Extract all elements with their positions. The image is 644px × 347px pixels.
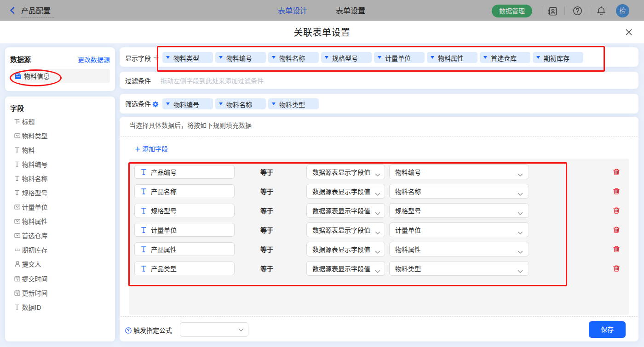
source-field-select[interactable]: 规格型号 (389, 203, 529, 218)
delete-row-button[interactable] (613, 226, 620, 233)
source-type-select[interactable]: 数据源表显示字段值 (306, 242, 385, 256)
field-chip[interactable]: 物料类型 (162, 52, 213, 63)
fill-rules-panel: 当选择具体数据后，将按如下规则填充数据 添加字段 产品编号等于数据源表显示字段值… (120, 117, 638, 341)
trigger-formula-label: 触发指定公式 (133, 325, 172, 335)
bell-icon[interactable] (596, 6, 606, 16)
field-item[interactable]: 规格型号 (5, 185, 115, 199)
contact-book-icon[interactable] (548, 6, 558, 16)
trash-icon (613, 188, 620, 196)
chip-label: 计量单位 (385, 53, 411, 63)
close-icon[interactable] (626, 29, 632, 35)
source-type-value: 数据源表显示字段值 (312, 187, 370, 196)
mapping-row: 产品编号等于数据源表显示字段值物料编号 (120, 165, 638, 179)
field-chip[interactable]: 计量单位 (374, 52, 425, 63)
delete-row-button[interactable] (613, 168, 620, 176)
source-field-select[interactable]: 计量单位 (389, 222, 529, 237)
target-field-input[interactable]: 产品名称 (134, 184, 235, 198)
field-chip[interactable]: 物料类型 (268, 98, 319, 109)
field-chip[interactable]: 期初库存 (533, 52, 583, 63)
source-type-select[interactable]: 数据源表显示字段值 (306, 184, 385, 199)
tab-form-design[interactable]: 表单设计 (278, 7, 307, 15)
delete-row-button[interactable] (613, 207, 620, 214)
gear-icon[interactable] (152, 101, 159, 108)
field-chip[interactable]: 物料名称 (215, 98, 266, 109)
delete-row-button[interactable] (613, 188, 620, 195)
source-type-value: 数据源表显示字段值 (312, 167, 370, 176)
help-icon[interactable] (573, 6, 582, 16)
field-item[interactable]: 数据ID (5, 300, 115, 314)
source-field-select[interactable]: 物料类型 (389, 261, 529, 276)
target-field-input[interactable]: 产品编号 (134, 165, 235, 179)
data-management-button[interactable]: 数据管理 (492, 5, 532, 17)
title-field-icon (14, 118, 21, 125)
field-item[interactable]: 物料名称 (5, 171, 115, 185)
caret-down-icon (219, 102, 223, 105)
add-display-field-icon[interactable] (154, 55, 159, 60)
field-chip[interactable]: 规格型号 (321, 52, 372, 63)
delete-row-button[interactable] (613, 245, 620, 253)
nav-page-title[interactable]: 产品配置 (21, 7, 51, 15)
field-item[interactable]: 首选仓库 (5, 228, 115, 243)
save-button[interactable]: 保存 (589, 321, 626, 338)
target-field-input[interactable]: 计量单位 (134, 223, 235, 237)
field-item[interactable]: 物料编号 (5, 157, 115, 171)
delete-row-button[interactable] (613, 265, 620, 272)
field-item[interactable]: 123期初库存 (5, 243, 115, 257)
source-type-select[interactable]: 数据源表显示字段值 (306, 165, 385, 179)
datasource-item[interactable]: 物料信息 (10, 69, 110, 83)
chevron-down-icon (375, 171, 380, 179)
field-item[interactable]: 标题 (5, 114, 115, 128)
field-chip[interactable]: 首选仓库 (480, 52, 530, 63)
caret-down-icon (166, 56, 170, 59)
fill-rules-note: 当选择具体数据后，将按如下规则填充数据 (129, 120, 252, 130)
target-field-input[interactable]: 产品属性 (134, 242, 235, 256)
source-field-value: 物料编号 (395, 167, 421, 176)
caret-down-icon (536, 56, 540, 59)
source-field-select[interactable]: 物料属性 (389, 242, 529, 256)
source-field-select[interactable]: 物料编号 (389, 165, 529, 179)
field-chip[interactable]: 物料编号 (215, 52, 266, 63)
avatar[interactable]: 检 (616, 4, 629, 17)
field-item-label: 计量单位 (22, 202, 48, 211)
field-chip[interactable]: 物料名称 (268, 52, 319, 63)
operator-label: 等于 (260, 225, 273, 234)
field-item[interactable]: 提交人 (5, 257, 115, 271)
tab-form-settings[interactable]: 表单设置 (336, 7, 365, 15)
back-chevron-icon[interactable] (10, 7, 15, 14)
add-field-button[interactable]: 添加字段 (135, 144, 168, 152)
chip-label: 物料属性 (438, 53, 464, 63)
target-field-input[interactable]: 规格型号 (134, 204, 235, 217)
source-field-value: 规格型号 (395, 206, 421, 215)
trash-icon (613, 208, 620, 216)
target-field-input[interactable]: 产品类型 (134, 262, 235, 275)
formula-select[interactable] (180, 322, 248, 337)
field-item[interactable]: 物料类型 (5, 128, 115, 142)
field-chip[interactable]: 物料编号 (162, 98, 213, 109)
source-field-select[interactable]: 物料名称 (389, 184, 529, 199)
field-item[interactable]: 更新时间 (5, 285, 115, 300)
field-item-label: 物料 (22, 145, 35, 154)
calendar-icon (14, 290, 21, 296)
text-field-icon (14, 161, 21, 167)
source-type-select[interactable]: 数据源表显示字段值 (306, 261, 385, 276)
source-type-select[interactable]: 数据源表显示字段值 (306, 203, 385, 218)
field-item[interactable]: 物料 (5, 142, 115, 157)
display-fields-row: 显示字段 物料类型物料编号物料名称规格型号计量单位物料属性首选仓库期初库存 (120, 47, 638, 67)
trash-icon (613, 246, 620, 254)
text-field-icon (141, 227, 146, 233)
source-type-value: 数据源表显示字段值 (312, 225, 370, 234)
field-item[interactable]: 物料属性 (5, 214, 115, 228)
modal-title: 关联表单设置 (0, 25, 644, 39)
change-datasource-link[interactable]: 更改数据源 (78, 55, 110, 64)
field-item[interactable]: 提交时间 (5, 271, 115, 285)
source-type-select[interactable]: 数据源表显示字段值 (306, 222, 385, 237)
help-circle-icon[interactable] (125, 327, 132, 334)
screen-conditions-row: 筛选条件 物料编号物料名称物料类型 (120, 94, 638, 114)
form-doc-icon (15, 73, 21, 79)
field-item[interactable]: 计量单位 (5, 200, 115, 214)
operator-label: 等于 (260, 187, 273, 196)
filter-placeholder[interactable]: 拖动左侧字段到此处来添加过滤条件 (161, 76, 264, 85)
chip-label: 物料编号 (226, 53, 252, 63)
field-chip[interactable]: 物料属性 (427, 52, 477, 63)
chip-label: 物料名称 (279, 53, 305, 63)
